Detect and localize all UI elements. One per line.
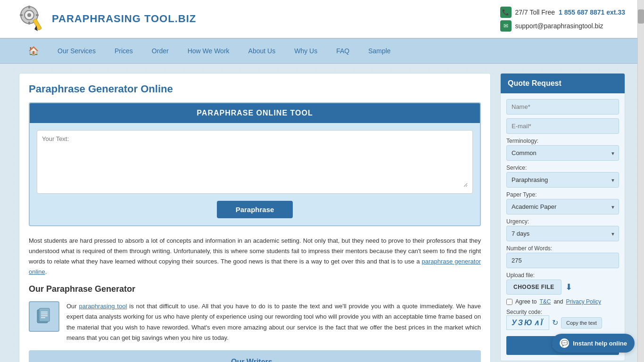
- paraphrase-tool-box: PARAPHRASE ONLINE TOOL Paraphrase: [29, 102, 481, 226]
- urgency-label: Urgency:: [506, 218, 619, 225]
- nav-item-how-we-work[interactable]: How We Work: [178, 40, 239, 62]
- svg-point-2: [27, 13, 31, 17]
- svg-rect-5: [20, 14, 23, 16]
- logo-text: PARAPHRASING TOOL.BIZ: [52, 13, 196, 25]
- nav-home-icon[interactable]: 🏠: [19, 39, 48, 63]
- svg-rect-7: [33, 19, 42, 31]
- refresh-icon[interactable]: ↻: [552, 318, 558, 327]
- logo-icon: [19, 5, 47, 33]
- navigation: 🏠 Our Services Prices Order How We Work …: [0, 38, 644, 64]
- upload-label: Upload file:: [506, 272, 619, 279]
- section-title-our-paraphrase: Our Paraphrase Generator: [29, 284, 481, 294]
- urgency-field: Urgency: 7 days 5 days 3 days 24 hours 1…: [506, 218, 619, 241]
- left-content: Paraphrase Generator Online PARAPHRASE O…: [19, 73, 491, 362]
- svg-rect-10: [39, 308, 50, 321]
- phone-number: 1 855 687 8871 ext.33: [559, 8, 625, 16]
- nav-item-faq[interactable]: FAQ: [327, 40, 359, 62]
- terminology-select-wrapper: Common Medical Legal Technical: [506, 145, 619, 161]
- scrollbar-thumb[interactable]: [638, 9, 644, 24]
- paraphrase-gen-text: Our paraphrasing tool is not that diffic…: [66, 301, 481, 343]
- upload-field: Upload file: CHOOSE FILE ⬇: [506, 272, 619, 295]
- security-field: Security code: УЗЮ∧Ї ↻ Copy the text: [506, 309, 619, 330]
- agree-checkbox[interactable]: [506, 299, 512, 305]
- instant-help-button[interactable]: Instant help online: [552, 334, 635, 353]
- words-label: Number of Words:: [506, 245, 619, 252]
- upload-icon: ⬇: [565, 282, 572, 292]
- nav-item-sample[interactable]: Sample: [359, 40, 400, 62]
- svg-rect-6: [36, 14, 39, 16]
- nav-item-about-us[interactable]: About Us: [239, 40, 285, 62]
- email-address: support@paraphrasingtool.biz: [515, 22, 603, 30]
- paraphrase-gen-section: Our paraphrasing tool is not that diffic…: [29, 301, 481, 343]
- nav-item-our-services[interactable]: Our Services: [48, 40, 105, 62]
- phone-label: 27/7 Toll Free: [515, 8, 555, 16]
- nav-item-prices[interactable]: Prices: [105, 40, 142, 62]
- email-icon: ✉: [500, 20, 512, 32]
- service-select-wrapper: Paraphrasing Editing Proofreading: [506, 172, 619, 188]
- service-field: Service: Paraphrasing Editing Proofreadi…: [506, 165, 619, 188]
- choose-file-button[interactable]: CHOOSE FILE: [506, 280, 561, 295]
- documents-icon: [35, 307, 54, 326]
- service-label: Service:: [506, 165, 619, 171]
- tc-link[interactable]: T&C: [539, 298, 551, 305]
- terminology-field: Terminology: Common Medical Legal Techni…: [506, 138, 619, 161]
- paper-type-select[interactable]: Academic Paper Essay Research Paper Arti…: [506, 199, 619, 214]
- article-paragraph-1: Most students are hard pressed to absorb…: [29, 236, 481, 277]
- urgency-select[interactable]: 7 days 5 days 3 days 24 hours 12 hours: [506, 226, 619, 241]
- terminology-select[interactable]: Common Medical Legal Technical: [506, 145, 619, 161]
- service-select[interactable]: Paraphrasing Editing Proofreading: [506, 172, 619, 188]
- svg-rect-4: [28, 22, 30, 25]
- nav-item-why-us[interactable]: Why Us: [285, 40, 327, 62]
- copy-text-button[interactable]: Copy the text: [561, 317, 602, 329]
- security-code-area: УЗЮ∧Ї ↻ Copy the text: [506, 315, 619, 330]
- quote-header: Quote Request: [501, 74, 625, 93]
- phone-line: 📞 27/7 Toll Free 1 855 687 8871 ext.33: [500, 7, 625, 18]
- text-input[interactable]: [42, 135, 468, 187]
- agree-area: Agree to T&C and Privacy Policy: [506, 298, 619, 305]
- scrollbar[interactable]: [637, 0, 644, 362]
- phone-icon: 📞: [500, 7, 512, 18]
- paraphrasing-tool-link[interactable]: paraphrasing tool: [79, 303, 127, 310]
- instant-help-label: Instant help online: [573, 340, 627, 347]
- privacy-policy-link[interactable]: Privacy Policy: [566, 298, 601, 305]
- tool-body: Paraphrase: [30, 123, 480, 225]
- logo-area: PARAPHRASING TOOL.BIZ: [19, 5, 196, 33]
- words-input[interactable]: [506, 253, 619, 268]
- urgency-select-wrapper: 7 days 5 days 3 days 24 hours 12 hours: [506, 226, 619, 241]
- main-content: Paraphrase Generator Online PARAPHRASE O…: [0, 64, 644, 362]
- chat-icon: [560, 338, 569, 348]
- textarea-wrapper: [37, 130, 473, 194]
- terminology-label: Terminology:: [506, 138, 619, 144]
- tool-header: PARAPHRASE ONLINE TOOL: [30, 103, 480, 123]
- and-text: and: [553, 298, 563, 305]
- quote-request-box: Quote Request Terminology: Common Medica…: [500, 73, 625, 361]
- email-input[interactable]: [506, 118, 619, 134]
- paraphrase-generator-link[interactable]: paraphrase generator online: [29, 258, 481, 275]
- security-label: Security code:: [506, 309, 619, 315]
- header: PARAPHRASING TOOL.BIZ 📞 27/7 Toll Free 1…: [0, 0, 644, 38]
- upload-area: CHOOSE FILE ⬇: [506, 280, 619, 295]
- agree-text: Agree to: [515, 298, 537, 305]
- svg-rect-3: [28, 6, 30, 8]
- paraphrase-button[interactable]: Paraphrase: [217, 201, 293, 218]
- captcha-image: УЗЮ∧Ї: [506, 315, 549, 330]
- right-sidebar: Quote Request Terminology: Common Medica…: [500, 73, 625, 362]
- paraphrase-generator-icon: [29, 301, 59, 332]
- bottom-image-strip: Our Writers...: [29, 350, 481, 362]
- page-title: Paraphrase Generator Online: [29, 83, 481, 95]
- paper-type-label: Paper Type:: [506, 191, 619, 198]
- name-input[interactable]: [506, 99, 619, 115]
- paper-type-field: Paper Type: Academic Paper Essay Researc…: [506, 191, 619, 214]
- paper-type-select-wrapper: Academic Paper Essay Research Paper Arti…: [506, 199, 619, 214]
- words-field: Number of Words:: [506, 245, 619, 268]
- contact-area: 📞 27/7 Toll Free 1 855 687 8871 ext.33 ✉…: [500, 7, 625, 32]
- nav-item-order[interactable]: Order: [142, 40, 178, 62]
- quote-body: Terminology: Common Medical Legal Techni…: [501, 93, 625, 361]
- email-line: ✉ support@paraphrasingtool.biz: [500, 20, 603, 32]
